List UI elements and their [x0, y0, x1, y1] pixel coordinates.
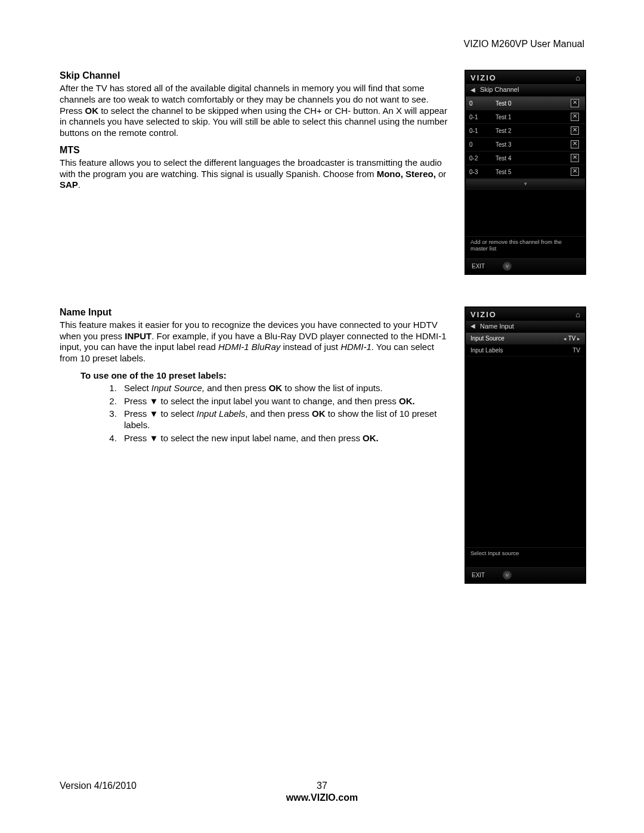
manual-page: VIZIO M260VP User Manual Skip Channel Af… — [0, 0, 644, 833]
text-frag: to show the list of inputs. — [282, 383, 382, 393]
text-input: INPUT — [125, 331, 151, 341]
channel-row[interactable]: 0-2Test 4✕ — [466, 151, 585, 165]
home-icon[interactable]: ⌂ — [575, 73, 580, 82]
right-arrow-icon[interactable]: ▸ — [575, 336, 580, 342]
osd-skip-channel: VIZIO ⌂ ◀ Skip Channel 0Test 0✕0-1Test 1… — [465, 70, 586, 274]
text-sap: SAP — [60, 179, 78, 190]
osd-title: Name Input — [480, 323, 514, 330]
text-frag: Press ▼ to select the new input label na… — [124, 433, 363, 443]
exit-button[interactable]: EXIT — [472, 572, 485, 578]
heading-skip-channel: Skip Channel — [60, 70, 453, 81]
osd-rows: Input Source◂ TV ▸Input LabelsTV — [466, 333, 585, 380]
vizio-logo: VIZIO — [470, 310, 497, 319]
channel-name: Test 0 — [492, 97, 565, 110]
channel-row[interactable]: 0-3Test 5✕ — [466, 165, 585, 179]
channel-name: Test 5 — [492, 165, 565, 179]
text-input-source: Input Source, — [151, 383, 205, 393]
skip-checkbox[interactable]: ✕ — [571, 140, 579, 148]
left-arrow-icon[interactable]: ◂ — [564, 336, 568, 342]
channel-row[interactable]: 0Test 0✕ — [466, 97, 585, 110]
text-ok: OK. — [399, 396, 415, 406]
channel-skip-cell: ✕ — [565, 151, 585, 165]
preset-labels-heading: To use one of the 10 preset labels: — [60, 370, 453, 380]
osd-menu-row[interactable]: Input Source◂ TV ▸ — [466, 333, 585, 345]
text-frag: Select — [124, 383, 151, 393]
osd-menu-row[interactable]: Input LabelsTV — [466, 345, 585, 357]
step-3: Press ▼ to select Input Labels, and then… — [119, 408, 453, 431]
text-frag: . — [78, 179, 80, 190]
channel-number: 0 — [466, 138, 492, 151]
row-value: ◂ TV ▸ — [564, 335, 580, 342]
back-icon[interactable]: ◀ — [470, 323, 475, 329]
text-ok: OK — [85, 106, 99, 116]
channel-number: 0-1 — [466, 110, 492, 124]
channel-skip-cell: ✕ — [565, 124, 585, 138]
osd-title: Skip Channel — [480, 86, 519, 93]
channel-number: 0-1 — [466, 124, 492, 138]
v-button-icon[interactable]: V — [503, 571, 512, 580]
channel-skip-cell: ✕ — [565, 165, 585, 179]
page-number: 37 — [60, 781, 584, 791]
heading-name-input: Name Input — [60, 307, 453, 318]
channel-row[interactable]: 0Test 3✕ — [466, 138, 585, 151]
page-footer: Version 4/16/2010 37 . www.VIZIO.com — [60, 781, 584, 803]
skip-checkbox[interactable]: ✕ — [571, 168, 579, 176]
footer-url: www.VIZIO.com — [60, 792, 584, 803]
page-header-title: VIZIO M260VP User Manual — [60, 39, 584, 49]
home-icon[interactable]: ⌂ — [575, 310, 580, 319]
step-2: Press ▼ to select the input label you wa… — [119, 396, 453, 407]
skip-checkbox[interactable]: ✕ — [571, 113, 579, 121]
row-label: Input Labels — [470, 347, 503, 354]
osd-hint-text: Add or remove this channel from the mast… — [466, 236, 585, 258]
text-ok: OK — [312, 408, 326, 419]
text-frag: instead of just — [280, 342, 340, 352]
channel-name: Test 4 — [492, 151, 565, 165]
row-label: Input Source — [470, 335, 504, 342]
channel-number: 0 — [466, 97, 492, 110]
text-frag: to select the channel to be skipped when… — [60, 106, 447, 138]
text-hdmi1-bluray: HDMI-1 BluRay — [218, 342, 280, 352]
text-frag: , and then press — [245, 408, 312, 419]
skip-checkbox[interactable]: ✕ — [571, 154, 579, 162]
text-ok: OK. — [363, 433, 379, 443]
more-indicator[interactable]: ▾ — [466, 179, 585, 190]
step-4: Press ▼ to select the new input label na… — [119, 433, 453, 444]
channel-row[interactable]: 0-1Test 2✕ — [466, 124, 585, 138]
osd-hint-text: Select Input source — [466, 547, 585, 567]
channel-skip-cell: ✕ — [565, 110, 585, 124]
text-opts: Mono, Stereo, — [377, 169, 436, 179]
text-ok: OK — [269, 383, 283, 393]
heading-mts: MTS — [60, 145, 453, 156]
text-frag: Press ▼ to select — [124, 408, 197, 419]
channel-table: 0Test 0✕0-1Test 1✕0-1Test 2✕0Test 3✕0-2T… — [466, 96, 585, 179]
text-frag: and then press — [205, 383, 269, 393]
steps-list: Select Input Source, and then press OK t… — [104, 383, 453, 444]
step-1: Select Input Source, and then press OK t… — [119, 383, 453, 394]
channel-name: Test 1 — [492, 110, 565, 124]
channel-number: 0-2 — [466, 151, 492, 165]
row-value: TV — [572, 347, 580, 354]
vizio-logo: VIZIO — [470, 73, 497, 82]
osd-fill — [466, 190, 585, 236]
text-frag: or — [436, 169, 447, 179]
v-button-icon[interactable]: V — [503, 262, 512, 271]
osd-fill — [466, 380, 585, 547]
exit-button[interactable]: EXIT — [472, 263, 485, 270]
osd-name-input: VIZIO ⌂ ◀ Name Input Input Source◂ TV ▸I… — [465, 307, 586, 583]
channel-row[interactable]: 0-1Test 1✕ — [466, 110, 585, 124]
channel-name: Test 2 — [492, 124, 565, 138]
text-frag: Press ▼ to select the input label you wa… — [124, 396, 399, 406]
back-icon[interactable]: ◀ — [470, 86, 475, 93]
text-input-labels: Input Labels — [197, 408, 246, 419]
text-hdmi1: HDMI-1 — [340, 342, 371, 352]
mts-text: This feature allows you to select the di… — [60, 157, 453, 191]
skip-channel-text: After the TV has stored all of the avail… — [60, 83, 453, 139]
channel-skip-cell: ✕ — [565, 97, 585, 110]
name-input-text: This feature makes it easier for you to … — [60, 320, 453, 364]
skip-checkbox[interactable]: ✕ — [571, 99, 579, 107]
channel-name: Test 3 — [492, 138, 565, 151]
row-value-text: TV — [568, 335, 576, 342]
skip-checkbox[interactable]: ✕ — [571, 126, 579, 135]
channel-skip-cell: ✕ — [565, 138, 585, 151]
channel-number: 0-3 — [466, 165, 492, 179]
